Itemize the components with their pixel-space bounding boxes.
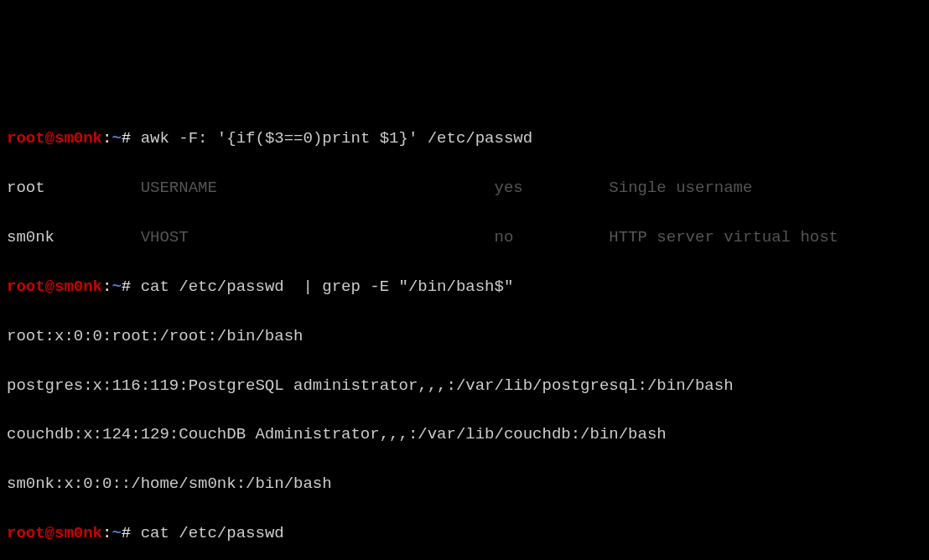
prompt-tilde: ~: [112, 277, 121, 296]
ghost-text: [523, 179, 610, 197]
ghost-text: [189, 228, 495, 246]
ghost-text: USERNAME: [141, 179, 217, 197]
prompt-hash: #: [122, 277, 141, 296]
ghost-text: [513, 228, 609, 246]
ghost-text: Single username: [609, 179, 752, 197]
prompt-hash: #: [122, 129, 141, 148]
prompt-user-host: root@sm0nk: [7, 524, 102, 542]
prompt-tilde: ~: [112, 524, 121, 542]
output-line: postgres:x:116:119:PostgreSQL administra…: [7, 374, 922, 398]
prompt-user-host: root@sm0nk: [7, 129, 102, 148]
prompt-hash: #: [122, 524, 141, 542]
output-line: root USERNAME yes Single username: [7, 176, 922, 200]
terminal[interactable]: root@sm0nk:~# awk -F: '{if($3==0)print $…: [7, 102, 922, 560]
prompt-line-3: root@sm0nk:~# cat /etc/passwd: [7, 521, 922, 546]
output-text: root:x:0:0:root:/root:/bin/bash: [7, 327, 303, 345]
output-text: postgres:x:116:119:PostgreSQL administra…: [7, 376, 734, 395]
output-line: sm0nk VHOST no HTTP server virtual host: [7, 226, 922, 250]
output-line: couchdb:x:124:129:CouchDB Administrator,…: [7, 423, 922, 447]
ghost-text: yes: [495, 179, 523, 197]
output-text: root: [7, 179, 45, 197]
output-line: root:x:0:0:root:/root:/bin/bash: [7, 324, 922, 349]
prompt-colon: :: [102, 524, 112, 542]
command-1: awk -F: '{if($3==0)print $1}' /etc/passw…: [141, 129, 532, 148]
prompt-line-2: root@sm0nk:~# cat /etc/passwd | grep -E …: [7, 275, 922, 299]
output-line: sm0nk:x:0:0::/home/sm0nk:/bin/bash: [7, 472, 922, 496]
prompt-user-host: root@sm0nk: [7, 277, 102, 296]
output-text: sm0nk: [7, 228, 54, 246]
prompt-colon: :: [102, 277, 112, 296]
prompt-line-1: root@sm0nk:~# awk -F: '{if($3==0)print $…: [7, 127, 922, 151]
ghost-text: [54, 228, 141, 246]
prompt-colon: :: [102, 129, 112, 148]
ghost-text: [217, 179, 495, 197]
output-text: couchdb:x:124:129:CouchDB Administrator,…: [7, 425, 667, 443]
prompt-tilde: ~: [112, 129, 121, 148]
ghost-text: HTTP server virtual host: [609, 228, 838, 246]
command-3: cat /etc/passwd: [141, 524, 284, 542]
ghost-text: [45, 179, 141, 197]
command-2: cat /etc/passwd | grep -E "/bin/bash$": [141, 277, 514, 296]
ghost-text: VHOST: [141, 228, 189, 246]
output-text: sm0nk:x:0:0::/home/sm0nk:/bin/bash: [7, 474, 332, 493]
ghost-text: no: [495, 228, 514, 246]
